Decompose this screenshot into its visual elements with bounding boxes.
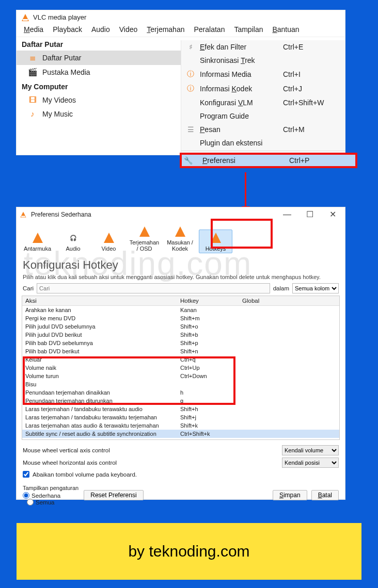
cone-icon	[175, 226, 185, 237]
cat-terjemahan-osd[interactable]: Terjemahan / OSD	[128, 223, 161, 253]
menu-item-vlm[interactable]: Konfigurasi VLMCtrl+Shift+W	[181, 96, 345, 109]
cat-masukan-kodek[interactable]: Masukan / Kodek	[163, 223, 197, 253]
cat-audio[interactable]: 🎧Audio	[56, 230, 90, 253]
cat-video[interactable]: Video	[92, 230, 125, 253]
hotkey-row[interactable]: Penundaan terjemahan dinaikkanh	[22, 388, 339, 397]
search-label: Cari	[23, 285, 34, 291]
vlc-main-window: VLC media player Media Playback Audio Vi…	[17, 10, 345, 155]
sidebar-item-my-music[interactable]: ♪ My Music	[17, 107, 181, 121]
tip-text: Pilih atau klik dua kali sebuah aksi unt…	[17, 273, 345, 283]
sidebar-item-daftar-putar[interactable]: ≣ Daftar Putar	[17, 51, 181, 65]
hotkey-row[interactable]: Volume naikCtrl+Up	[22, 364, 339, 372]
hotkey-row[interactable]: Laras terjemahan / tandabuku terawaktu a…	[22, 405, 339, 413]
ignore-volume-label: Abaikan tombol volume pada keyboard.	[33, 471, 137, 478]
wheel-h-select[interactable]: Kendali posisi	[282, 458, 339, 468]
menu-item-sync[interactable]: Sinkronisasi Trek	[181, 54, 345, 67]
menu-item-program-guide[interactable]: Program Guide	[181, 109, 345, 123]
vlc-icon	[20, 211, 26, 217]
menu-media[interactable]: Media	[24, 25, 43, 34]
wheel-v-label: Mouse wheel vertical axis control	[23, 447, 110, 453]
library-icon: 🎬	[28, 68, 37, 77]
hotkey-table: Aksi Hotkey Global Arahkan ke kananKanan…	[22, 296, 340, 440]
menu-terjemahan[interactable]: Terjemahan	[147, 25, 184, 34]
menu-separator	[181, 151, 345, 151]
search-in-select[interactable]: Semua kolom	[292, 283, 339, 293]
menu-item-plugins[interactable]: Plugin dan ekstensi	[181, 136, 345, 150]
menu-item-media-info[interactable]: ⓘInformasi MediaCtrl+I	[181, 67, 345, 81]
tools-dropdown: ♯Efek dan FilterCtrl+E Sinkronisasi Trek…	[181, 40, 345, 166]
prefs-category-tabs: Antarmuka 🎧Audio Video Terjemahan / OSD …	[17, 221, 345, 254]
hotkey-row[interactable]: Pergi ke menu DVDShift+m	[22, 314, 339, 322]
hotkey-row[interactable]: Volume turunCtrl+Down	[22, 372, 339, 380]
cone-icon	[33, 233, 43, 243]
wheel-v-select[interactable]: Kendali volume	[282, 445, 339, 455]
menu-peralatan[interactable]: Peralatan	[194, 25, 225, 34]
menu-bantuan[interactable]: Bantuan	[272, 25, 299, 34]
hotkey-row[interactable]: Laras terjemahan / tandabuku terawaktu t…	[22, 413, 339, 421]
cat-antarmuka[interactable]: Antarmuka	[21, 230, 54, 253]
col-global[interactable]: Global	[242, 298, 336, 304]
ignore-volume-checkbox[interactable]	[23, 471, 29, 478]
hotkey-row[interactable]: Pilih bab DVD berikutShift+n	[22, 347, 339, 355]
sliders-icon: ♯	[183, 43, 198, 51]
wheel-h-label: Mouse wheel horizontal axis control	[23, 460, 117, 466]
footer-banner: by teknoding.com	[17, 523, 361, 580]
menu-bar: Media Playback Audio Video Terjemahan Pe…	[17, 23, 345, 37]
maximize-button[interactable]: ☐	[301, 209, 319, 219]
sidebar-item-pustaka-media[interactable]: 🎬 Pustaka Media	[17, 65, 181, 79]
cone-icon	[104, 233, 114, 243]
annotation-arrow	[245, 172, 246, 211]
vlc-icon	[22, 14, 29, 21]
message-icon: ☰	[183, 125, 198, 134]
menu-playback[interactable]: Playback	[53, 25, 82, 34]
menu-video[interactable]: Video	[119, 25, 138, 34]
menu-item-effects[interactable]: ♯Efek dan FilterCtrl+E	[181, 40, 345, 54]
hotkey-row[interactable]: Penundaan terjemahan diturunkang	[22, 397, 339, 405]
cone-icon	[139, 226, 150, 237]
wrench-icon: 🔧	[184, 156, 202, 165]
show-settings-label: Tampilkan pengaturan	[23, 485, 78, 491]
close-button[interactable]: ✕	[323, 209, 342, 219]
playlist-icon: ≣	[28, 53, 37, 62]
info-icon: ⓘ	[183, 84, 198, 93]
cancel-button[interactable]: Batal	[311, 490, 339, 500]
reset-button[interactable]: Reset Preferensi	[84, 490, 143, 500]
titlebar: VLC media player	[17, 10, 345, 23]
mode-all-radio[interactable]	[27, 499, 34, 505]
prefs-titlebar: Preferensi Sederhana — ☐ ✕	[17, 207, 345, 221]
menu-tampilan[interactable]: Tampilan	[234, 25, 263, 34]
section-my-computer: My Computer	[17, 79, 181, 93]
info-icon: ⓘ	[183, 70, 198, 79]
hotkey-row[interactable]: Pilih judul DVD sebelumnyaShift+o	[22, 322, 339, 331]
search-input[interactable]	[37, 283, 270, 293]
sidebar-item-my-videos[interactable]: 🎞 My Videos	[17, 93, 181, 107]
minimize-button[interactable]: —	[278, 210, 296, 219]
hotkey-row[interactable]: Pilih bab DVD sebelumnyaShift+p	[22, 339, 339, 347]
menu-item-messages[interactable]: ☰PesanCtrl+M	[181, 123, 345, 136]
hotkey-row[interactable]: Subtitle sync / reset audio & subtitle s…	[22, 430, 339, 438]
section-daftar-putar: Daftar Putar	[17, 37, 181, 51]
music-icon: ♪	[28, 109, 37, 118]
col-aksi[interactable]: Aksi	[25, 298, 180, 304]
hotkey-row[interactable]: Pilih judul DVD berikutShift+b	[22, 331, 339, 339]
playlist-sidebar: Daftar Putar ≣ Daftar Putar 🎬 Pustaka Me…	[17, 37, 181, 155]
headphones-icon: 🎧	[57, 231, 89, 244]
menu-item-codec-info[interactable]: ⓘInformasi KodekCtrl+J	[181, 81, 345, 96]
menu-audio[interactable]: Audio	[91, 25, 110, 34]
video-icon: 🎞	[28, 95, 37, 104]
preferences-window: Preferensi Sederhana — ☐ ✕ Antarmuka 🎧Au…	[17, 207, 345, 499]
hotkey-row[interactable]: Laras terjemahan atas audio & terawaktu …	[22, 421, 339, 430]
mode-simple-radio[interactable]	[23, 492, 29, 499]
hotkey-row[interactable]: KeluarCtrl+q	[22, 355, 339, 364]
save-button[interactable]: Simpan	[273, 490, 307, 500]
col-hotkey[interactable]: Hotkey	[180, 298, 242, 304]
window-title: VLC media player	[33, 13, 86, 21]
hotkey-row[interactable]: Arahkan ke kananKanan	[22, 306, 339, 314]
hotkey-row[interactable]: Bisu	[22, 380, 339, 388]
page-title: Konfigurasi Hotkey	[17, 254, 345, 273]
annotation-box-hotkeys	[211, 219, 273, 249]
menu-item-preferences[interactable]: 🔧 Preferensi Ctrl+P	[180, 153, 357, 168]
search-in-label: dalam	[273, 285, 289, 291]
